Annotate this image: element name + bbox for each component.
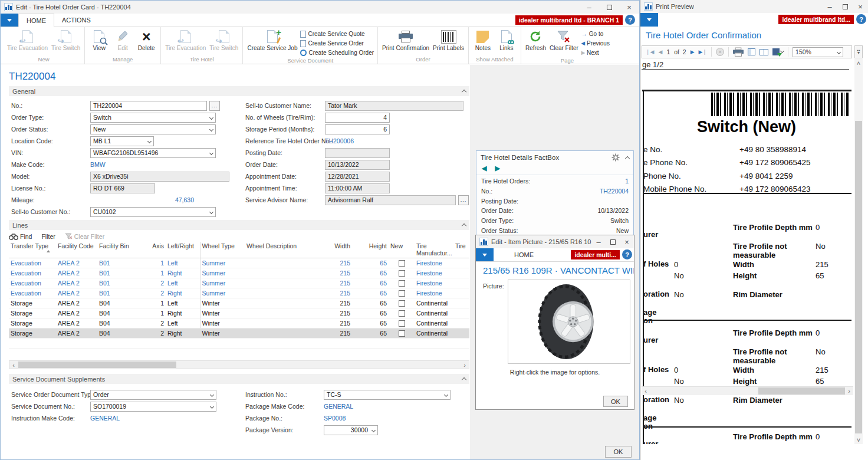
next-page-icon[interactable]: ▶ (691, 49, 695, 55)
current-page[interactable]: 1 (666, 48, 670, 55)
preview-vertical-scrollbar[interactable]: ˄ ˅ (854, 59, 863, 444)
package-make-code-link[interactable]: GENERAL (324, 403, 353, 410)
order-type-select[interactable]: Switch (90, 113, 216, 123)
company-badge[interactable]: idealer multi... (571, 250, 620, 259)
app-menu-button[interactable] (476, 248, 494, 261)
new-checkbox[interactable] (399, 260, 405, 267)
clear-filter-button[interactable]: Clear Filter (548, 28, 580, 51)
col-facility-bin[interactable]: Facility Bin (97, 242, 149, 258)
table-row[interactable]: Storage AREA 2 B04 2 Right Winter 215 65… (9, 328, 469, 339)
tire-evacuation-new-button[interactable]: ↩ Tire Evacuation (5, 28, 50, 51)
empty-table-row[interactable] (9, 339, 469, 349)
create-service-quote-button[interactable]: Create Service Quote (300, 29, 374, 38)
col-width[interactable]: Width (315, 242, 352, 258)
storage-period-input[interactable]: 6 (325, 124, 390, 134)
col-new[interactable]: New (389, 242, 415, 258)
notes-button[interactable]: Notes (471, 28, 495, 51)
filter-button[interactable]: Filter (41, 233, 55, 240)
lines-section-header[interactable]: Lines (9, 220, 469, 230)
refresh-button[interactable]: Refresh (524, 28, 548, 51)
print-icon[interactable] (733, 47, 744, 57)
table-row[interactable]: Evacuation AREA 2 B01 1 Right Summer 215… (9, 268, 469, 278)
help-icon[interactable]: ? (625, 15, 635, 25)
package-no-link[interactable]: SP0008 (324, 415, 346, 422)
dialog-titlebar[interactable]: Edit - Item Picture - 215/65 R16 10... –… (476, 235, 634, 248)
scroll-left-icon[interactable]: ‹ (642, 387, 650, 395)
scroll-left-icon[interactable]: ‹ (9, 361, 18, 369)
item-picture-box[interactable] (508, 280, 630, 364)
supplements-section-header[interactable]: Service Document Supplements (9, 374, 469, 384)
col-tire-manufacturer[interactable]: Tire Manufactur... (415, 242, 453, 258)
col-height[interactable]: Height (352, 242, 389, 258)
scrollbar-thumb[interactable] (855, 121, 862, 433)
previous-page-icon[interactable]: ◀ (658, 49, 662, 55)
clear-filter-button[interactable]: Clear Filter (65, 233, 104, 240)
ok-button[interactable]: OK (603, 396, 628, 407)
factbox-next-icon[interactable]: ▶ (495, 165, 499, 172)
new-checkbox[interactable] (399, 280, 405, 287)
previous-button[interactable]: ◀Previous (581, 39, 610, 48)
factbox-previous-icon[interactable]: ◀ (482, 165, 486, 172)
close-icon[interactable]: × (853, 0, 868, 13)
instruction-no-select[interactable]: TC-S (324, 390, 451, 400)
create-service-order-button[interactable]: Create Service Order (300, 39, 374, 48)
print-labels-button[interactable]: Print Labels (431, 28, 466, 51)
col-facility-code[interactable]: Facility Code (56, 242, 97, 258)
factbox-value[interactable]: 1 (625, 178, 629, 185)
new-checkbox[interactable] (399, 330, 405, 337)
no-of-wheels-input[interactable]: 4 (325, 113, 390, 123)
factbox-value[interactable]: New (616, 227, 629, 234)
scroll-right-icon[interactable]: › (845, 387, 853, 395)
new-checkbox[interactable] (399, 320, 405, 327)
col-wheel-type[interactable]: Wheel Type (200, 242, 245, 258)
minimize-icon[interactable]: – (822, 0, 837, 13)
make-code-link[interactable]: BMW (90, 161, 106, 168)
edit-button[interactable]: Edit (111, 28, 134, 51)
collapse-chevron-icon[interactable] (625, 156, 630, 160)
export-button[interactable] (772, 48, 784, 55)
no-input[interactable]: TH220004 (90, 101, 207, 111)
factbox-value[interactable]: 10/13/2022 (597, 207, 629, 214)
reference-order-link[interactable]: TH200006 (325, 137, 354, 144)
package-version-select[interactable]: 30000 (324, 425, 378, 435)
first-page-icon[interactable]: ❘◀ (646, 49, 654, 55)
ok-button[interactable]: OK (605, 446, 632, 458)
collapse-chevron-icon[interactable] (462, 224, 466, 228)
tire-switch-new-button[interactable]: ↪ Tire Switch (50, 28, 82, 51)
table-row[interactable]: Storage AREA 2 B04 1 Right Winter 215 65… (9, 308, 469, 318)
stop-icon[interactable]: × (716, 48, 724, 56)
service-doc-type-select[interactable]: Order (90, 390, 216, 400)
service-doc-no-select[interactable]: SO1700019 (90, 402, 216, 412)
goto-button[interactable]: →Go to (581, 29, 610, 38)
new-checkbox[interactable] (399, 290, 405, 297)
tab-home[interactable]: HOME (18, 14, 54, 27)
collapse-chevron-icon[interactable] (462, 377, 466, 382)
col-tire[interactable]: Tire (453, 242, 469, 258)
assist-edit-button[interactable]: ... (209, 101, 220, 111)
close-icon[interactable]: × (619, 1, 639, 14)
tire-switch-button[interactable]: ↪ Tire Switch (208, 28, 240, 51)
instruction-make-code-link[interactable]: GENERAL (90, 415, 120, 422)
app-menu-button[interactable] (1, 14, 18, 27)
create-service-job-button[interactable]: + Create Service Job (245, 28, 299, 51)
table-row[interactable]: Evacuation AREA 2 B01 1 Left Summer 215 … (9, 258, 469, 268)
collapse-chevron-icon[interactable] (462, 90, 466, 94)
company-badge[interactable]: idealer multibrand ltd - BRANCH 1 (515, 15, 623, 25)
table-row[interactable]: Storage AREA 2 B04 1 Left Winter 215 65 … (9, 298, 469, 308)
delete-button[interactable]: × Delete (134, 28, 158, 51)
help-icon[interactable]: ? (856, 14, 866, 24)
preview-horizontal-scrollbar[interactable]: ‹ › (642, 386, 853, 395)
company-badge[interactable]: idealer multibrand ltd... (778, 15, 854, 24)
view-button[interactable]: View (87, 28, 111, 51)
minimize-icon[interactable]: – (591, 235, 606, 248)
table-row[interactable]: Evacuation AREA 2 B01 2 Left Summer 215 … (9, 278, 469, 288)
links-button[interactable]: Links (495, 28, 518, 51)
maximize-icon[interactable] (606, 235, 620, 248)
help-icon[interactable]: ? (622, 249, 632, 259)
print-confirmation-button[interactable]: Print Confirmation (380, 28, 431, 51)
col-wheel-description[interactable]: Wheel Description (245, 242, 315, 258)
assist-edit-button[interactable]: ... (458, 195, 469, 205)
next-button[interactable]: ▶Next (581, 48, 610, 57)
main-titlebar[interactable]: Edit - Tire Hotel Order Card - TH220004 … (1, 1, 639, 14)
maximize-icon[interactable] (599, 1, 619, 14)
